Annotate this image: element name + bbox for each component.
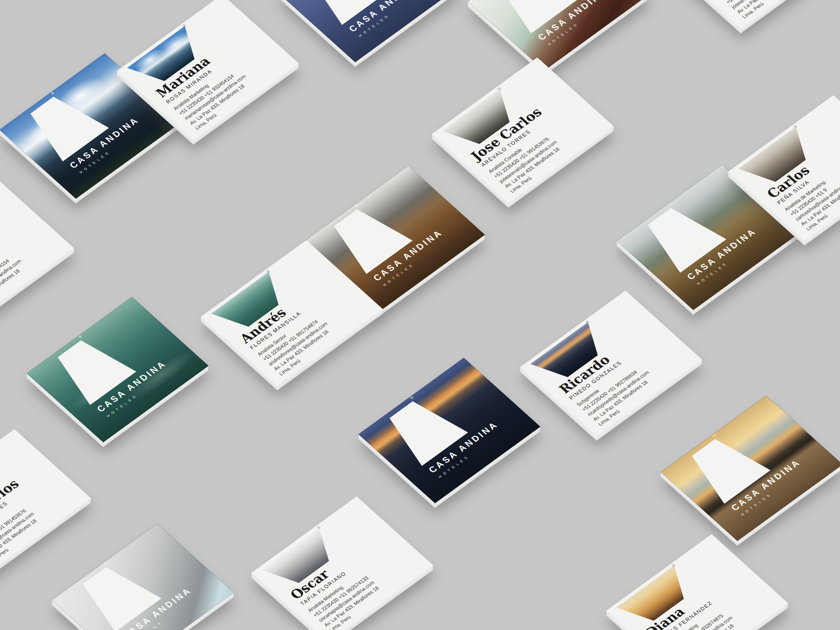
- business-card-back-partial-left-top: ® Mariana ROSAS MIRANDA Analista Marketi…: [0, 179, 74, 325]
- registered-mark-icon: ®: [266, 270, 271, 274]
- business-card-front-foam-rocks: ® CASA ANDINA HOTELES: [467, 0, 649, 71]
- business-card-back-jose-carlos: ® Jose Carlos ARÉVALO TORRES Analista Co…: [432, 58, 614, 203]
- registered-mark-icon: ®: [497, 87, 502, 91]
- business-card-front-sunset-beach: ® CASA ANDINA HOTELES: [661, 396, 840, 541]
- business-card-front-glacier: ® CASA ANDINA HOTELES: [52, 524, 234, 630]
- card-text: Jose Carlos ARÉVALO TORRES Analista Cont…: [701, 0, 838, 20]
- business-card-back-diana: ® Diana VARGAS FERNÁNDEZ Analista Market…: [606, 534, 788, 630]
- business-card-back-partial-top-right: ® Jose Carlos ARÉVALO TORRES Analista Co…: [664, 0, 840, 29]
- business-card-front-teal-ocean: ® CASA ANDINA HOTELES: [26, 297, 208, 442]
- person-contact: Analista Contable +51 2235420 +51 991453…: [719, 0, 838, 20]
- business-card-front-navy-ridges: ® CASA ANDINA HOTELES: [278, 0, 460, 62]
- registered-mark-icon: ®: [585, 320, 590, 324]
- card-photo: [52, 524, 234, 630]
- registered-mark-icon: ®: [671, 564, 676, 568]
- registered-mark-icon: ®: [793, 125, 798, 129]
- card-text: Jose Carlos ARÉVALO TORRES Analista Cont…: [0, 458, 83, 566]
- business-card-back-partial-left-bottom: ® Jose Carlos ARÉVALO TORRES Analista Co…: [0, 429, 91, 575]
- card-text: Mariana ROSAS MIRANDA Analista Marketing…: [0, 208, 66, 316]
- registered-mark-icon: ®: [316, 526, 321, 530]
- business-card-back-oscar: ® Oscar TAPIA FLORIANO Analista Marketin…: [251, 496, 433, 630]
- business-card-front-dusk-sea: ® CASA ANDINA HOTELES: [358, 358, 540, 503]
- business-card-back-ricardo: ® Ricardo PINEDO GONZALES Subgerente +51…: [520, 291, 702, 436]
- business-card-mockup-scene: ® CASA ANDINA HOTELES ® CASA ANDINA HOTE…: [0, 0, 840, 630]
- registered-mark-icon: ®: [182, 24, 187, 28]
